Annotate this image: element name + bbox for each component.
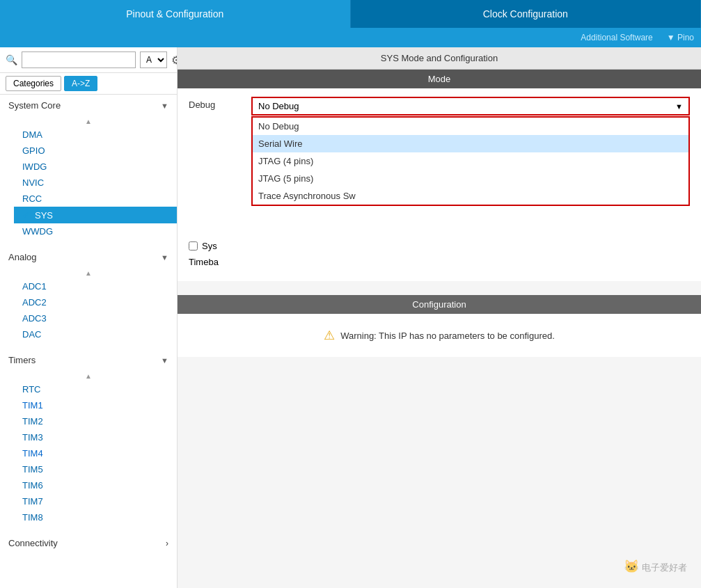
option-no-debug[interactable]: No Debug [253,118,688,135]
watermark: 🐱 电子爱好者 [624,559,687,574]
sidebar-item-dac[interactable]: DAC [14,326,177,342]
sidebar-item-adc2[interactable]: ADC2 [14,294,177,310]
sidebar-item-tim7[interactable]: TIM7 [14,493,177,509]
sidebar-item-sys[interactable]: ✔ SYS [14,207,177,223]
dropdown-chevron-icon: ▼ [675,102,683,111]
sidebar: 🔍 A ⚙ Categories A->Z System Core ▼ ▲ DM… [0,47,178,588]
section-system-core[interactable]: System Core ▼ [0,95,177,116]
warning-icon: ⚠ [324,328,335,343]
timers-label: Timers [8,355,36,365]
sidebar-item-adc1[interactable]: ADC1 [14,278,177,294]
option-jtag-4[interactable]: JTAG (4 pins) [253,152,688,170]
config-content: ⚠ Warning: This IP has no parameters to … [178,314,701,357]
sidebar-tabs: Categories A->Z [0,73,177,95]
option-jtag-5[interactable]: JTAG (5 pins) [253,170,688,187]
top-nav: Pinout & Configuration Clock Configurati… [0,0,701,28]
section-analog[interactable]: Analog ▼ [0,246,177,268]
connectivity-label: Connectivity [8,538,58,548]
sys-row-label: Sys [202,241,217,251]
sidebar-item-tim5[interactable]: TIM5 [14,461,177,477]
search-icon: 🔍 [6,54,17,65]
warning-row: ⚠ Warning: This IP has no parameters to … [189,328,690,343]
pino-link[interactable]: ▼ Pino [667,33,694,42]
debug-dropdown-options: No Debug Serial Wire JTAG (4 pins) JTAG … [251,116,690,206]
sub-nav: Additional Software ▼ Pino [0,28,701,47]
sidebar-item-rcc[interactable]: RCC [14,191,177,207]
analog-scroll-up-icon: ▲ [85,269,92,277]
sidebar-item-nvic[interactable]: NVIC [14,175,177,191]
scroll-up-icon: ▲ [85,118,92,125]
clock-tab[interactable]: Clock Configuration [351,0,702,28]
timers-items: RTC TIM1 TIM2 TIM3 TIM4 TIM5 TIM6 TIM7 T… [0,381,177,525]
sys-row: Sys [189,241,690,251]
warning-text: Warning: This IP has no parameters to be… [340,331,555,341]
sidebar-item-tim3[interactable]: TIM3 [14,429,177,445]
section-timers[interactable]: Timers ▼ [0,349,177,371]
sidebar-item-dma[interactable]: DMA [14,127,177,143]
timers-scroll-up[interactable]: ▲ [0,371,177,381]
sidebar-item-iwdg[interactable]: IWDG [14,159,177,175]
a-to-z-tab[interactable]: A->Z [64,76,97,91]
mode-content: Debug No Debug ▼ No Debug Serial Wire JT… [178,88,701,281]
analog-scroll-up[interactable]: ▲ [0,268,177,278]
additional-software-link[interactable]: Additional Software [581,33,652,42]
sidebar-item-adc3[interactable]: ADC3 [14,310,177,326]
watermark-text: 电子爱好者 [642,562,687,573]
sidebar-item-tim6[interactable]: TIM6 [14,477,177,493]
sidebar-item-tim2[interactable]: TIM2 [14,413,177,429]
system-core-arrow: ▼ [161,102,168,110]
analog-arrow: ▼ [161,253,168,262]
debug-selected-value: No Debug [258,101,675,111]
sidebar-item-wwdg[interactable]: WWDG [14,223,177,239]
analog-items: ADC1 ADC2 ADC3 DAC [0,278,177,342]
option-trace-async[interactable]: Trace Asynchronous Sw [253,187,688,205]
sys-checkmark: ✔ [22,209,31,221]
sidebar-item-tim8[interactable]: TIM8 [14,509,177,525]
sidebar-item-tim1[interactable]: TIM1 [14,397,177,413]
sys-label: SYS [35,210,53,221]
sidebar-item-gpio[interactable]: GPIO [14,143,177,159]
analog-label: Analog [8,252,36,262]
debug-row: Debug No Debug ▼ No Debug Serial Wire JT… [189,97,690,116]
gear-icon[interactable]: ⚙ [171,54,178,67]
system-core-items: DMA GPIO IWDG NVIC RCC ✔ SYS WWDG [0,127,177,239]
sidebar-item-rtc[interactable]: RTC [14,381,177,397]
timeba-label: Timeba [189,257,219,267]
timeba-row: Timeba [189,257,690,267]
sidebar-item-tim4[interactable]: TIM4 [14,445,177,461]
search-input[interactable] [22,51,136,68]
debug-label: Debug [189,97,244,110]
config-header: Configuration [178,295,701,314]
debug-dropdown-display[interactable]: No Debug ▼ [251,97,690,116]
option-serial-wire[interactable]: Serial Wire [253,135,688,152]
watermark-icon: 🐱 [624,559,639,573]
sys-checkbox[interactable] [189,241,198,251]
mode-header: Mode [178,70,701,88]
connectivity-arrow: › [166,539,168,548]
config-section: Configuration ⚠ Warning: This IP has no … [178,295,701,357]
categories-tab[interactable]: Categories [6,76,61,91]
system-core-scroll-up[interactable]: ▲ [0,116,177,127]
sidebar-search: 🔍 A ⚙ [0,47,177,73]
timers-scroll-up-icon: ▲ [85,372,92,380]
system-core-label: System Core [8,100,61,111]
section-connectivity[interactable]: Connectivity › [0,532,177,554]
debug-dropdown-container: No Debug ▼ No Debug Serial Wire JTAG (4 … [251,97,690,116]
main-layout: 🔍 A ⚙ Categories A->Z System Core ▼ ▲ DM… [0,47,701,588]
content-area: SYS Mode and Configuration Mode Debug No… [178,47,701,588]
content-title: SYS Mode and Configuration [178,47,701,70]
pinout-tab[interactable]: Pinout & Configuration [0,0,351,28]
sidebar-content: System Core ▼ ▲ DMA GPIO IWDG NVIC RCC ✔… [0,95,177,588]
search-dropdown[interactable]: A [140,51,167,68]
timers-arrow: ▼ [161,356,168,365]
